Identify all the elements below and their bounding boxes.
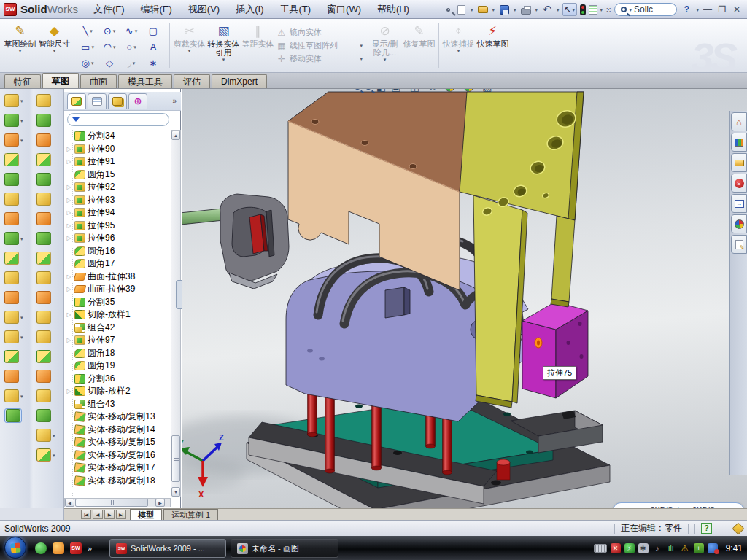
messenger-icon[interactable] <box>35 542 47 554</box>
tree-item[interactable]: 圆角16 <box>66 245 171 258</box>
menu-item-4[interactable]: 工具(T) <box>271 0 319 18</box>
insert-part-icon[interactable]: ▾ <box>4 330 23 344</box>
tags-icon[interactable] <box>732 522 745 534</box>
expand-arrow-icon[interactable]: ▷ <box>66 184 72 190</box>
spline-tool-icon[interactable]: ▾ <box>36 448 55 462</box>
smart-dimension-button[interactable]: ◆ 智能尺寸▾ <box>37 20 71 71</box>
tab-草图[interactable]: 草图 <box>42 73 79 88</box>
options-icon[interactable] <box>580 4 586 15</box>
repair-sketch-button[interactable]: ✎ 修复草图 <box>402 20 436 71</box>
expand-arrow-icon[interactable]: ▷ <box>66 337 72 343</box>
draft-icon[interactable] <box>4 192 19 206</box>
tree-item[interactable]: ▷拉伸94 <box>66 206 171 219</box>
expand-arrow-icon[interactable]: ▷ <box>66 158 72 165</box>
tree-item[interactable]: ▷曲面-拉伸38 <box>66 271 171 284</box>
offset-entities-button[interactable]: ∥ 等距实体 <box>241 20 275 71</box>
quick-snaps-button[interactable]: ⌖ 快速捕捉▾ <box>441 20 476 71</box>
untrim-surface-icon[interactable] <box>36 389 51 403</box>
doc-tab-模型[interactable]: 模型 <box>130 509 162 520</box>
keyboard-icon[interactable] <box>594 544 607 553</box>
custom-properties-icon-tab[interactable] <box>731 235 747 254</box>
tree-item[interactable]: 实体-移动/复制14 <box>66 424 171 437</box>
zoom-fit-icon[interactable] <box>355 89 360 90</box>
tree-item[interactable]: 分割35 <box>66 296 171 309</box>
tree-item[interactable]: ▷拉伸93 <box>66 194 171 207</box>
file-explorer-icon-tab[interactable] <box>731 153 747 172</box>
expand-arrow-icon[interactable]: ▷ <box>66 235 72 241</box>
scroll-down-button[interactable]: ▼ <box>171 487 180 497</box>
feature-manager-tab[interactable] <box>67 93 86 109</box>
extruded-cut-icon[interactable]: ▾ <box>4 113 23 128</box>
scroll-right-button[interactable]: ▶ <box>155 499 165 507</box>
tab-评估[interactable]: 评估 <box>174 74 210 88</box>
quick-launch-more-icon[interactable]: » <box>88 544 92 553</box>
dimxpert-manager-tab[interactable]: ⊕ <box>128 93 147 109</box>
close-button[interactable]: ✕ <box>731 4 743 15</box>
move-copy-body-icon[interactable]: ▾ <box>4 310 23 324</box>
hide-show-items-icon[interactable]: ∞▾ <box>429 89 441 93</box>
tree-item[interactable]: 实体-移动/复制18 <box>66 475 171 488</box>
trim-entities-button[interactable]: ✂ 剪裁实体▾ <box>172 20 206 71</box>
expand-arrow-icon[interactable]: ▷ <box>66 197 72 203</box>
spline-icon[interactable]: ∿▾ <box>120 23 142 39</box>
planar-surface-icon[interactable] <box>36 211 51 226</box>
shell-icon[interactable] <box>4 172 19 187</box>
freeform-icon[interactable]: ▾ <box>36 428 55 443</box>
expand-arrow-icon[interactable]: ▷ <box>66 286 72 292</box>
save-button[interactable] <box>498 3 511 16</box>
rib-icon[interactable] <box>4 251 19 265</box>
zoom-area-icon[interactable] <box>365 89 371 90</box>
convert-entities-button[interactable]: ▧ 转换实体引用▾ <box>206 20 241 71</box>
view-orientation-icon[interactable]: ▣▾ <box>391 89 405 93</box>
warning-icon[interactable]: ⚠ <box>680 543 690 553</box>
appearances-icon-tab[interactable] <box>731 214 747 233</box>
lofted-surface-icon[interactable] <box>36 152 51 167</box>
tab-特征[interactable]: 特征 <box>4 74 41 88</box>
tree-item[interactable]: 组合42 <box>66 322 171 335</box>
curve-icon[interactable] <box>4 369 19 384</box>
extend-surface-icon[interactable] <box>36 349 51 364</box>
pin-icon[interactable] <box>446 8 450 12</box>
delete-body-icon[interactable] <box>4 349 19 364</box>
antivirus-icon[interactable]: ⚡ <box>624 543 635 553</box>
tree-item[interactable]: 实体-移动/复制17 <box>66 462 171 475</box>
search-box[interactable]: ▾ Solic <box>614 3 677 16</box>
doc-tab-运动算例 1[interactable]: 运动算例 1 <box>163 509 218 520</box>
tree-item[interactable]: ▷切除-放样1 <box>66 308 171 322</box>
scroll-left-button[interactable]: ◀ <box>65 499 74 507</box>
polygon-icon[interactable]: ◇ <box>98 55 120 71</box>
expand-arrow-icon[interactable]: ▷ <box>66 273 72 280</box>
quick-tips-button[interactable]: ? <box>701 523 712 534</box>
point-icon[interactable]: ∗ <box>142 55 164 71</box>
configuration-manager-tab[interactable] <box>108 93 127 109</box>
prev-tab-button[interactable]: ◀ <box>93 510 103 519</box>
tree-vscrollbar[interactable]: ▲ ▼ <box>171 130 181 497</box>
menu-item-3[interactable]: 插入(I) <box>228 0 271 18</box>
design-checker-icon[interactable] <box>589 5 597 15</box>
print-button[interactable] <box>519 3 533 16</box>
doc-minimize-button[interactable]: — <box>700 89 710 91</box>
move-entities-button[interactable]: ✛ 移动实体 ▾ <box>276 53 363 64</box>
tree-item[interactable]: ▷拉伸95 <box>66 219 171 233</box>
hscroll-thumb[interactable] <box>75 499 148 507</box>
section-view-icon[interactable]: ◧ <box>376 89 386 93</box>
panel-splitter-handle[interactable] <box>176 280 182 309</box>
network-speed-widget[interactable]: ↓ 0KB/S | ↑ 0KB/S <box>613 502 744 508</box>
tree-item[interactable]: ▷拉伸91 <box>66 155 171 168</box>
hole-wizard-icon[interactable] <box>4 211 19 226</box>
circle-icon[interactable]: ⊙▾ <box>98 23 120 39</box>
help-button[interactable]: ? <box>680 3 693 16</box>
revolved-surface-icon[interactable] <box>36 113 51 128</box>
ellipse-icon[interactable]: ○▾ <box>120 39 142 55</box>
split-icon[interactable] <box>4 271 19 285</box>
support-pillar[interactable] <box>497 459 510 480</box>
thicken-icon[interactable] <box>36 251 51 265</box>
tree-hscrollbar[interactable]: ◀ ▶ <box>64 498 171 508</box>
swept-surface-icon[interactable] <box>36 133 51 147</box>
helix-icon[interactable]: ▾ <box>4 389 23 403</box>
health-shield-icon[interactable]: + <box>694 543 704 553</box>
sync-blocked-icon[interactable] <box>708 543 718 553</box>
view-palette-icon-tab[interactable]: → <box>731 194 747 213</box>
taskbar-window-paint[interactable]: 未命名 - 画图 <box>231 539 338 558</box>
tree-filter-input[interactable] <box>67 113 169 126</box>
